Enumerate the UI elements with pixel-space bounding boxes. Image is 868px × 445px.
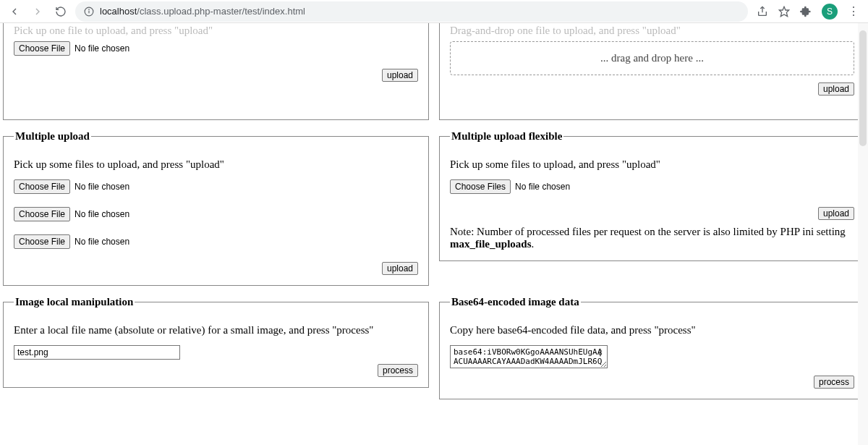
share-icon[interactable] (757, 6, 768, 17)
base64-panel: Base64-encoded image data Copy here base… (439, 296, 865, 399)
back-button[interactable] (9, 6, 20, 17)
scrollbar-thumb[interactable] (859, 30, 867, 146)
base64-textarea[interactable]: base64:iVBORw0KGgoAAAANSUhEUgAAACUAAAARC… (450, 345, 608, 368)
note-text: Note: Number of processed files per requ… (450, 226, 854, 250)
dropzone[interactable]: ... drag and drop here ... (450, 41, 854, 75)
choose-files-button[interactable]: Choose Files (450, 179, 511, 194)
file-status: No file chosen (515, 182, 570, 192)
menu-icon[interactable]: ⋮ (848, 4, 859, 18)
panel-legend: Multiple upload (14, 130, 91, 143)
panel-desc: Copy here base64-encoded file data, and … (450, 324, 854, 336)
panel-desc: Enter a local file name (absolute or rel… (14, 324, 418, 336)
forward-button[interactable] (32, 6, 43, 17)
process-button[interactable]: process (814, 376, 854, 389)
panel-desc: Pick up one file to upload, and press "u… (14, 25, 418, 37)
panel-legend: Image local manipulation (14, 296, 135, 308)
choose-file-button[interactable]: Choose File (14, 234, 70, 249)
upload-button[interactable]: upload (382, 262, 418, 275)
browser-toolbar: localhost/class.upload.php-master/test/i… (0, 0, 868, 23)
panel-legend: Base64-encoded image data (450, 296, 581, 308)
svg-marker-4 (779, 7, 788, 16)
file-status: No file chosen (75, 209, 129, 219)
dragdrop-upload-panel: Drag-and-drop one file to upload, and pr… (439, 23, 865, 120)
site-info-icon[interactable] (84, 7, 94, 17)
scrollbar[interactable] (858, 23, 868, 445)
simple-upload-panel: Pick up one file to upload, and press "u… (3, 23, 429, 120)
upload-button[interactable]: upload (818, 82, 854, 96)
panel-desc: Pick up some files to upload, and press … (14, 158, 418, 171)
multiple-upload-panel: Multiple upload Pick up some files to up… (3, 130, 429, 286)
address-bar[interactable]: localhost/class.upload.php-master/test/i… (75, 1, 748, 22)
multiple-upload-flexible-panel: Multiple upload flexible Pick up some fi… (439, 130, 865, 261)
panel-legend: Multiple upload flexible (450, 130, 563, 143)
choose-file-button[interactable]: Choose File (14, 41, 70, 56)
bookmark-icon[interactable] (778, 6, 790, 17)
process-button[interactable]: process (378, 364, 418, 377)
panel-desc: Pick up some files to upload, and press … (450, 158, 854, 171)
upload-button[interactable]: upload (818, 207, 854, 220)
reload-button[interactable] (55, 6, 67, 17)
file-status: No file chosen (75, 182, 129, 192)
panel-desc: Drag-and-drop one file to upload, and pr… (450, 25, 854, 37)
file-status: No file chosen (75, 43, 129, 54)
profile-avatar[interactable]: S (822, 4, 838, 20)
file-status: No file chosen (75, 237, 129, 247)
extensions-icon[interactable] (800, 6, 812, 17)
svg-point-2 (89, 9, 90, 9)
url-text: localhost/class.upload.php-master/test/i… (100, 6, 739, 17)
upload-button[interactable]: upload (382, 69, 418, 82)
choose-file-button[interactable]: Choose File (14, 207, 70, 221)
image-local-panel: Image local manipulation Enter a local f… (3, 296, 429, 388)
local-filename-input[interactable] (14, 345, 180, 360)
choose-file-button[interactable]: Choose File (14, 179, 70, 194)
